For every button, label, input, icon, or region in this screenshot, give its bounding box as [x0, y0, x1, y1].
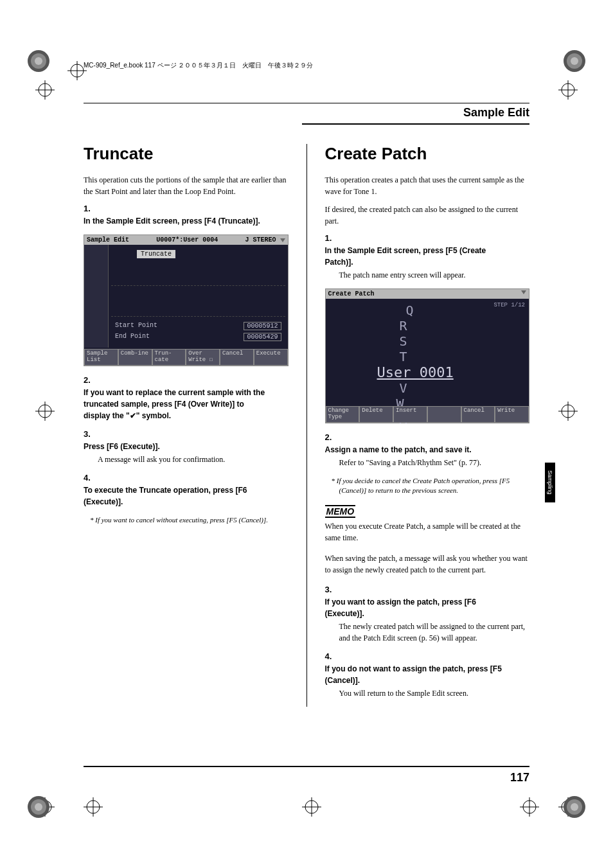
registration-mark-icon — [558, 402, 578, 421]
step-instruction: To execute the Truncate operation, press… — [84, 484, 273, 508]
crop-mark-icon — [562, 794, 587, 820]
cp-step-2: 2. Assign a name to the patch, and save … — [325, 432, 530, 468]
lcd-tab: Truncate — [137, 250, 175, 258]
lcd-title-mid: U0007*:User 0004 — [156, 236, 218, 244]
crop-mark-icon — [26, 48, 51, 74]
step-number: 1. — [325, 233, 339, 243]
patch-name-input: User 0001 — [326, 364, 529, 380]
step-detail: The newly created patch will be assigned… — [339, 621, 530, 644]
step-number: 4. — [325, 651, 339, 661]
step-number: 3. — [84, 429, 98, 439]
end-point-value: 00005429 — [244, 333, 281, 341]
create-patch-heading: Create Patch — [325, 144, 530, 164]
step-number: 4. — [84, 473, 98, 483]
lcd-f3-button: Trun-cate — [152, 349, 186, 366]
step-number: 2. — [84, 375, 98, 385]
registration-mark-icon — [35, 402, 55, 421]
truncate-intro: This operation cuts the portions of the … — [84, 174, 289, 197]
print-header: MC-909_Ref_e.book 117 ページ ２００５年３月１日 火曜日 … — [84, 61, 313, 70]
lcd-f2-button: Comb-ine — [118, 349, 152, 366]
memo-text-2: When saving the patch, a message will as… — [325, 553, 530, 576]
create-patch-intro1: This operation creates a patch that uses… — [325, 174, 530, 197]
cancel-note: If you want to cancel without executing,… — [89, 515, 289, 525]
create-patch-lcd-screenshot: Create Patch STEP 1/12 Q R S T User 0001… — [325, 288, 530, 423]
cp-step-4: 4. If you do not want to assign the patc… — [325, 651, 530, 699]
cp-step-1: 1. In the Sample Edit screen, press [F5 … — [325, 233, 530, 281]
registration-mark-icon — [84, 797, 103, 817]
section-tab: Sampling — [545, 463, 555, 502]
step-detail: Refer to "Saving a Patch/Rhythm Set" (p.… — [339, 457, 530, 468]
step-instruction: If you do not want to assign the patch, … — [325, 663, 515, 686]
lcd-f1-button: Change Type — [326, 406, 360, 423]
step-3: 3. Press [F6 (Execute)]. A message will … — [84, 429, 289, 465]
step-number: 1. — [84, 204, 98, 213]
step-instruction: Assign a name to the patch, and save it. — [325, 444, 515, 456]
registration-mark-icon — [520, 797, 539, 817]
step-number: 2. — [325, 432, 339, 442]
crop-mark-icon — [26, 794, 51, 820]
registration-mark-icon — [302, 797, 321, 817]
step-instruction: In the Sample Edit screen, press [F5 (Cr… — [325, 245, 515, 268]
lcd-f5-button: Cancel — [220, 349, 254, 366]
lcd-title-left: Sample Edit — [87, 236, 129, 244]
truncate-lcd-screenshot: Sample Edit U0007*:User 0004 J STEREO Tr… — [84, 235, 289, 366]
lcd-f3-button: Insert — [393, 406, 427, 423]
cp-step-3: 3. If you want to assign the patch, pres… — [325, 585, 530, 644]
truncate-heading: Truncate — [84, 144, 289, 164]
svg-point-38 — [35, 803, 42, 811]
svg-point-35 — [571, 57, 578, 65]
page-title: Sample Edit — [302, 106, 529, 125]
right-column: Create Patch This operation creates a pa… — [325, 144, 530, 707]
lcd-mode-j: J — [245, 236, 249, 244]
lcd-waveform-top — [111, 259, 285, 286]
cancel-note: If you decide to cancel the Create Patch… — [330, 476, 530, 496]
start-point-value: 00005912 — [244, 322, 281, 330]
start-point-label: Start Point — [115, 322, 157, 330]
crop-mark-icon — [562, 48, 587, 74]
lcd-f2-button: Delete — [359, 406, 393, 423]
dropdown-icon — [521, 290, 526, 294]
create-patch-intro2: If desired, the created patch can also b… — [325, 204, 530, 227]
lcd-f6-button: Execute — [254, 349, 288, 366]
lcd-waveform-thumbnail — [84, 245, 109, 348]
step-4: 4. To execute the Truncate operation, pr… — [84, 473, 289, 508]
lcd-title: Create Patch — [328, 290, 375, 297]
dropdown-icon — [280, 238, 285, 242]
step-instruction: In the Sample Edit screen, press [F4 (Tr… — [84, 215, 273, 227]
end-point-label: End Point — [115, 333, 150, 341]
lcd-waveform-bottom — [111, 290, 285, 317]
lcd-f1-button: Sample List — [84, 349, 118, 366]
lcd-f6-button: Write — [495, 406, 529, 423]
step-instruction: Press [F6 (Execute)]. — [84, 441, 273, 452]
lcd-f4-button — [427, 406, 461, 423]
column-divider — [306, 144, 307, 707]
memo-text-1: When you execute Create Patch, a sample … — [325, 520, 530, 544]
lcd-stereo-label: STEREO — [253, 236, 276, 244]
svg-point-32 — [35, 57, 42, 65]
step-detail: A message will ask you for confirmation. — [98, 454, 289, 465]
step-number: 3. — [325, 585, 339, 594]
step-detail: The patch name entry screen will appear. — [339, 269, 530, 281]
step-instruction: If you want to replace the current sampl… — [84, 387, 273, 421]
registration-mark-icon — [35, 80, 55, 100]
step-instruction: If you want to assign the patch, press [… — [325, 596, 515, 619]
lcd-f4-button: Over Write ☐ — [186, 349, 220, 366]
lcd-f5-button: Cancel — [461, 406, 495, 423]
registration-mark-icon — [558, 80, 578, 100]
lcd-step-indicator: STEP 1/12 — [493, 302, 525, 308]
step-2: 2. If you want to replace the current sa… — [84, 375, 289, 421]
svg-point-41 — [571, 803, 578, 811]
step-detail: You will return to the Sample Edit scree… — [339, 687, 530, 699]
left-column: Truncate This operation cuts the portion… — [84, 144, 289, 707]
memo-label: MEMO — [325, 505, 356, 518]
step-1: 1. In the Sample Edit screen, press [F4 … — [84, 204, 289, 227]
page-number: 117 — [84, 766, 529, 784]
